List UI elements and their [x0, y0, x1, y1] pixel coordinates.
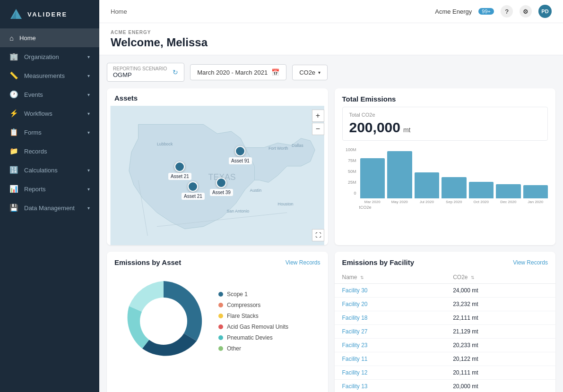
svg-text:Fort Worth: Fort Worth — [269, 146, 288, 151]
chevron-measurements-icon: ▾ — [87, 73, 90, 78]
table-row: Facility 11 20,122 mt — [335, 352, 556, 366]
sort-name-icon: ⇅ — [360, 275, 364, 280]
sidebar-item-events[interactable]: 🕐 Events ▾ — [0, 85, 99, 104]
table-row: Facility 13 20,000 mt — [335, 380, 556, 392]
total-co2-label: Total CO2e — [349, 112, 541, 118]
sidebar-item-reports[interactable]: 📊 Reports ▾ — [0, 179, 99, 198]
total-co2-unit: mt — [403, 126, 411, 134]
svg-text:Dallas: Dallas — [292, 143, 303, 148]
sidebar-item-workflows-label: Workflows — [24, 110, 52, 117]
sidebar-item-records[interactable]: 📁 Records — [0, 142, 99, 161]
sidebar-item-data-management[interactable]: 💾 Data Management ▾ — [0, 198, 99, 217]
assets-card: Assets TEXAS Fort Worth Dallas Austin — [107, 88, 328, 245]
emissions-by-asset-title: Emissions by Asset — [114, 258, 181, 266]
col-name[interactable]: Name ⇅ — [335, 271, 446, 284]
sidebar-item-events-label: Events — [24, 91, 43, 98]
table-row: Facility 30 24,000 mt — [335, 284, 556, 298]
asset-label-3: Asset 21 — [182, 193, 205, 200]
svg-text:Austin: Austin — [250, 188, 262, 193]
sidebar-item-home-label: Home — [19, 34, 36, 42]
facility-header: Emissions by Facility View Records — [335, 252, 556, 266]
sidebar-item-organization[interactable]: 🏢 Organization ▾ — [0, 47, 99, 66]
sidebar: VALIDERE ⌂ Home 🏢 Organization ▾ 📏 Measu… — [0, 0, 99, 392]
metric-filter[interactable]: CO2e ▾ — [292, 65, 328, 80]
settings-icon[interactable]: ⚙ — [520, 5, 532, 17]
date-range-value: March 2020 - March 2021 — [197, 69, 268, 76]
zoom-in-button[interactable]: + — [312, 110, 324, 122]
facility-link-5[interactable]: Facility 11 — [342, 356, 368, 362]
sidebar-logo: VALIDERE — [0, 0, 99, 29]
sidebar-item-home[interactable]: ⌂ Home — [0, 29, 99, 47]
sidebar-item-measurements[interactable]: 📏 Measurements ▾ — [0, 66, 99, 85]
forms-icon: 📋 — [9, 128, 18, 136]
help-icon[interactable]: ? — [501, 5, 513, 17]
scenario-filter[interactable]: REPORTING SCENARIO OGMP ↻ — [107, 63, 184, 82]
home-icon: ⌂ — [9, 34, 14, 42]
scenario-label: REPORTING SCENARIO — [113, 66, 167, 71]
facility-link-2[interactable]: Facility 18 — [342, 315, 368, 321]
zoom-out-button[interactable]: − — [312, 123, 324, 135]
refresh-icon: ↻ — [173, 68, 178, 76]
expand-map-button[interactable]: ⛶ — [312, 229, 324, 241]
legend-item-other: Other — [218, 345, 288, 352]
col-co2e[interactable]: CO2e ⇅ — [445, 271, 555, 284]
total-emissions-card: Total Emissions Total CO2e 200,000 mt 10… — [335, 88, 556, 245]
donut-legend: Scope 1 Compressors Flare Stacks Ac — [218, 291, 288, 352]
breadcrumb: Home — [111, 8, 127, 15]
facility-co2e-3: 21,129 mt — [445, 325, 555, 339]
view-records-asset-button[interactable]: View Records — [286, 259, 320, 266]
scenario-value: OGMP — [113, 71, 167, 78]
emissions-by-asset-card: Emissions by Asset View Records — [107, 252, 328, 392]
view-records-facility-button[interactable]: View Records — [513, 259, 548, 266]
chevron-organization-icon: ▾ — [87, 54, 90, 60]
avatar[interactable]: PD — [538, 5, 552, 18]
assets-card-header: Assets — [107, 88, 328, 102]
legend-item-pneumatic: Pneumatic Devies — [218, 334, 288, 341]
facility-link-0[interactable]: Facility 30 — [342, 287, 368, 294]
bars-area: Mar 2020 May 2020 Jul 2020 — [360, 147, 548, 204]
sidebar-item-calculations-label: Calculations — [24, 167, 58, 174]
sidebar-item-organization-label: Organization — [24, 53, 59, 60]
sidebar-item-forms-label: Forms — [24, 129, 42, 136]
facility-link-6[interactable]: Facility 12 — [342, 369, 368, 376]
facility-link-4[interactable]: Facility 23 — [342, 342, 368, 349]
calculations-icon: 🔢 — [9, 166, 18, 174]
legend-item-compressors: Compressors — [218, 302, 288, 308]
facility-co2e-1: 23,232 mt — [445, 298, 555, 311]
organization-icon: 🏢 — [9, 52, 18, 61]
bar-label-1: Mar 2020 — [364, 200, 381, 204]
facility-link-1[interactable]: Facility 20 — [342, 301, 368, 307]
facility-co2e-6: 20,111 mt — [445, 366, 555, 380]
sidebar-item-records-label: Records — [24, 148, 47, 155]
asset-marker-3[interactable]: Asset 21 — [182, 181, 205, 200]
logo-text: VALIDERE — [27, 11, 68, 18]
sidebar-item-workflows[interactable]: ⚡ Workflows ▾ — [0, 104, 99, 123]
date-range-filter[interactable]: March 2020 - March 2021 📅 — [190, 64, 286, 80]
map-container: TEXAS Fort Worth Dallas Austin Houston S… — [107, 106, 328, 245]
facility-co2e-5: 20,122 mt — [445, 352, 555, 366]
metric-value: CO2e — [299, 69, 315, 76]
facility-co2e-7: 20,000 mt — [445, 380, 555, 392]
sort-co2e-icon: ⇅ — [471, 275, 475, 280]
notification-badge[interactable]: 99+ — [478, 8, 494, 15]
facility-link-7[interactable]: Facility 13 — [342, 383, 368, 390]
legend-flare-stacks-label: Flare Stacks — [227, 313, 259, 319]
legend-item-flare-stacks: Flare Stacks — [218, 313, 288, 319]
bottom-row: Emissions by Asset View Records — [107, 252, 555, 392]
asset-marker-1[interactable]: Asset 21 — [168, 162, 191, 180]
sidebar-item-forms[interactable]: 📋 Forms ▾ — [0, 123, 99, 142]
page-header: ACME ENERGY Welcome, Melissa — [99, 23, 563, 55]
facility-link-3[interactable]: Facility 27 — [342, 328, 368, 335]
content-area: REPORTING SCENARIO OGMP ↻ March 2020 - M… — [99, 55, 563, 392]
filters-bar: REPORTING SCENARIO OGMP ↻ March 2020 - M… — [107, 63, 555, 82]
page-title: Welcome, Melissa — [111, 36, 552, 49]
map-controls: + − — [312, 110, 324, 135]
bar-label-2: May 2020 — [391, 200, 408, 204]
measurements-icon: 📏 — [9, 71, 18, 80]
asset-marker-4[interactable]: Asset 39 — [210, 178, 233, 196]
table-row: Facility 20 23,232 mt — [335, 298, 556, 311]
sidebar-nav: ⌂ Home 🏢 Organization ▾ 📏 Measurements ▾… — [0, 29, 99, 392]
workflows-icon: ⚡ — [9, 109, 18, 118]
sidebar-item-calculations[interactable]: 🔢 Calculations ▾ — [0, 161, 99, 179]
asset-marker-2[interactable]: Asset 91 — [229, 146, 252, 164]
